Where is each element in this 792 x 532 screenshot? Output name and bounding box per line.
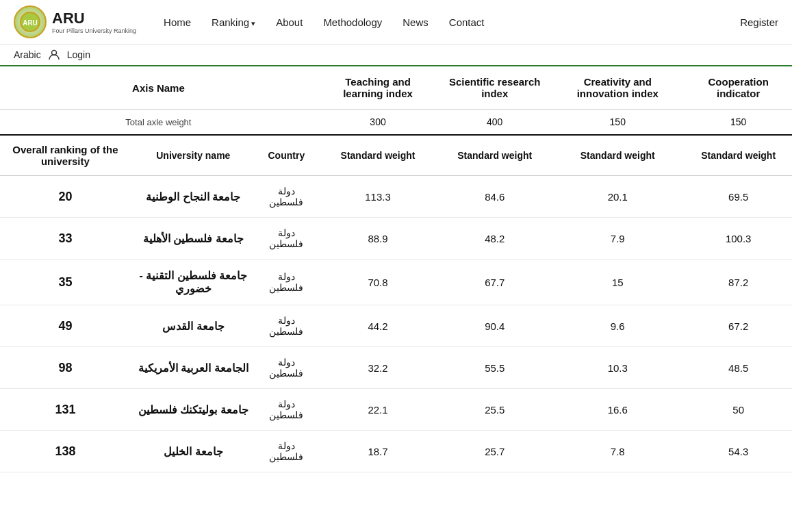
country-cell: دولة فلسطين <box>256 305 317 347</box>
axis-name-header: Axis Name <box>0 66 317 110</box>
teaching-weight-cell: 18.7 <box>317 431 439 472</box>
cooperation-weight-cell: 69.5 <box>685 176 792 218</box>
overall-ranking-header: Overall ranking of the university <box>0 135 131 176</box>
country-cell: دولة فلسطين <box>256 218 317 259</box>
university-name-header: University name <box>131 135 256 176</box>
nav-methodology[interactable]: Methodology <box>323 16 382 28</box>
teaching-axle-weight: 300 <box>317 110 439 136</box>
language-switcher[interactable]: Arabic <box>14 49 41 60</box>
rank-cell: 131 <box>0 389 131 431</box>
rank-cell: 49 <box>0 305 131 347</box>
rank-cell: 33 <box>0 218 131 259</box>
cooperation-weight-cell: 100.3 <box>685 218 792 259</box>
logo-name: ARU <box>52 10 136 27</box>
cooperation-axle-weight: 150 <box>685 110 792 136</box>
scientific-standard-weight-header: Standard weight <box>439 135 550 176</box>
creativity-weight-cell: 10.3 <box>550 347 685 389</box>
nav-ranking[interactable]: Ranking <box>212 16 255 28</box>
total-axle-weight-label: Total axle weight <box>0 110 317 136</box>
table-header-row-3: Overall ranking of the university Univer… <box>0 135 792 176</box>
creativity-weight-cell: 20.1 <box>550 176 685 218</box>
table-header-row-1: Axis Name Teaching and learning index Sc… <box>0 66 792 110</box>
teaching-learning-header: Teaching and learning index <box>317 66 439 110</box>
nav-contact[interactable]: Contact <box>449 16 485 28</box>
teaching-weight-cell: 88.9 <box>317 218 439 259</box>
logo-area: ARU ARU Four Pillars University Ranking <box>14 5 136 38</box>
navbar: ARU ARU Four Pillars University Ranking … <box>0 0 792 45</box>
rank-cell: 98 <box>0 347 131 389</box>
nav-news[interactable]: News <box>403 16 429 28</box>
table-row: 138 جامعة الخليل دولة فلسطين 18.7 25.7 7… <box>0 431 792 472</box>
creativity-weight-cell: 15 <box>550 259 685 305</box>
scientific-weight-cell: 25.7 <box>439 431 550 472</box>
scientific-weight-cell: 90.4 <box>439 305 550 347</box>
logo-text: ARU Four Pillars University Ranking <box>52 10 136 34</box>
country-cell: دولة فلسطين <box>256 431 317 472</box>
country-cell: دولة فلسطين <box>256 347 317 389</box>
teaching-weight-cell: 70.8 <box>317 259 439 305</box>
scientific-weight-cell: 84.6 <box>439 176 550 218</box>
svg-text:ARU: ARU <box>23 19 38 27</box>
logo-subtitle: Four Pillars University Ranking <box>52 27 136 34</box>
table-row: 20 جامعة النجاح الوطنية دولة فلسطين 113.… <box>0 176 792 218</box>
university-name-cell: جامعة النجاح الوطنية <box>131 176 256 218</box>
scientific-axle-weight: 400 <box>439 110 550 136</box>
table-row: 35 جامعة فلسطين التقنية - خضوري دولة فلس… <box>0 259 792 305</box>
table-body: 20 جامعة النجاح الوطنية دولة فلسطين 113.… <box>0 176 792 472</box>
creativity-weight-cell: 16.6 <box>550 389 685 431</box>
cooperation-weight-cell: 67.2 <box>685 305 792 347</box>
cooperation-header: Cooperation indicator <box>685 66 792 110</box>
cooperation-standard-weight-header: Standard weight <box>685 135 792 176</box>
scientific-weight-cell: 55.5 <box>439 347 550 389</box>
creativity-weight-cell: 9.6 <box>550 305 685 347</box>
creativity-innovation-header: Creativity and innovation index <box>550 66 685 110</box>
university-name-cell: جامعة الخليل <box>131 431 256 472</box>
teaching-weight-cell: 44.2 <box>317 305 439 347</box>
scientific-weight-cell: 25.5 <box>439 389 550 431</box>
rank-cell: 138 <box>0 431 131 472</box>
rank-cell: 35 <box>0 259 131 305</box>
scientific-weight-cell: 48.2 <box>439 218 550 259</box>
table-row: 98 الجامعة العربية الأمريكية دولة فلسطين… <box>0 347 792 389</box>
creativity-standard-weight-header: Standard weight <box>550 135 685 176</box>
country-cell: دولة فلسطين <box>256 389 317 431</box>
cooperation-weight-cell: 54.3 <box>685 431 792 472</box>
teaching-weight-cell: 32.2 <box>317 347 439 389</box>
rankings-table: Axis Name Teaching and learning index Sc… <box>0 66 792 472</box>
nav-links: Home Ranking About Methodology News Cont… <box>164 16 740 28</box>
creativity-weight-cell: 7.8 <box>550 431 685 472</box>
cooperation-weight-cell: 87.2 <box>685 259 792 305</box>
sub-navbar: Arabic Login <box>0 45 792 66</box>
cooperation-weight-cell: 50 <box>685 389 792 431</box>
table-row: 49 جامعة القدس دولة فلسطين 44.2 90.4 9.6… <box>0 305 792 347</box>
login-link[interactable]: Login <box>67 49 90 60</box>
teaching-standard-weight-header: Standard weight <box>317 135 439 176</box>
creativity-axle-weight: 150 <box>550 110 685 136</box>
cooperation-weight-cell: 48.5 <box>685 347 792 389</box>
creativity-weight-cell: 7.9 <box>550 218 685 259</box>
scientific-weight-cell: 67.7 <box>439 259 550 305</box>
table-header-row-2: Total axle weight 300 400 150 150 <box>0 110 792 136</box>
university-name-cell: جامعة القدس <box>131 305 256 347</box>
nav-home[interactable]: Home <box>164 16 191 28</box>
university-name-cell: جامعة فلسطين التقنية - خضوري <box>131 259 256 305</box>
university-name-cell: الجامعة العربية الأمريكية <box>131 347 256 389</box>
country-cell: دولة فلسطين <box>256 259 317 305</box>
teaching-weight-cell: 22.1 <box>317 389 439 431</box>
university-name-cell: جامعة بوليتكنك فلسطين <box>131 389 256 431</box>
rank-cell: 20 <box>0 176 131 218</box>
nav-about[interactable]: About <box>276 16 303 28</box>
nav-register[interactable]: Register <box>740 16 778 28</box>
country-header: Country <box>256 135 317 176</box>
table-row: 131 جامعة بوليتكنك فلسطين دولة فلسطين 22… <box>0 389 792 431</box>
scientific-research-header: Scientific research index <box>439 66 550 110</box>
rankings-table-container: Axis Name Teaching and learning index Sc… <box>0 66 792 472</box>
teaching-weight-cell: 113.3 <box>317 176 439 218</box>
university-name-cell: جامعة فلسطين الأهلية <box>131 218 256 259</box>
logo-icon: ARU <box>14 5 47 38</box>
country-cell: دولة فلسطين <box>256 176 317 218</box>
user-icon <box>48 49 60 61</box>
table-row: 33 جامعة فلسطين الأهلية دولة فلسطين 88.9… <box>0 218 792 259</box>
